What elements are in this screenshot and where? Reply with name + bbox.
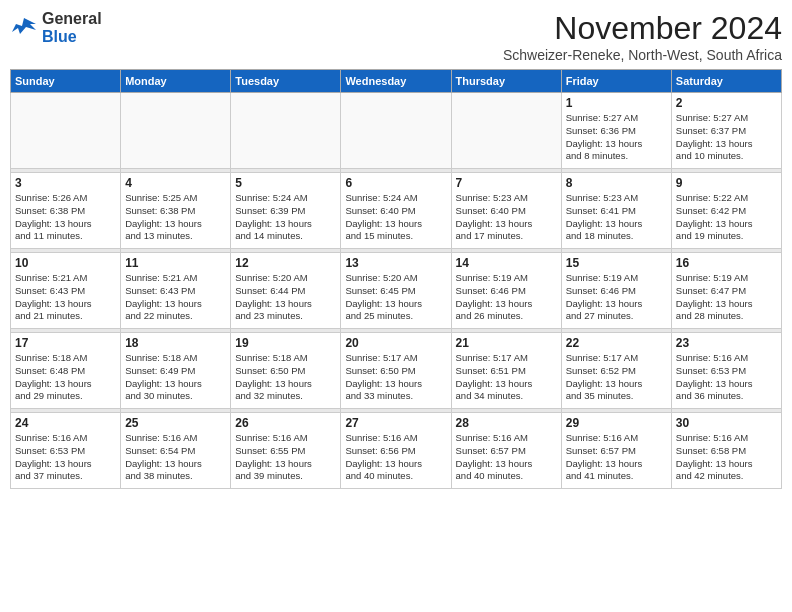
day-number: 6 [345, 176, 446, 190]
title-block: November 2024 Schweizer-Reneke, North-We… [503, 10, 782, 63]
day-info: Sunrise: 5:16 AM Sunset: 6:56 PM Dayligh… [345, 432, 446, 483]
page-header: General Blue November 2024 Schweizer-Ren… [10, 10, 782, 63]
day-info: Sunrise: 5:16 AM Sunset: 6:54 PM Dayligh… [125, 432, 226, 483]
day-info: Sunrise: 5:23 AM Sunset: 6:41 PM Dayligh… [566, 192, 667, 243]
day-info: Sunrise: 5:17 AM Sunset: 6:51 PM Dayligh… [456, 352, 557, 403]
calendar-cell: 22Sunrise: 5:17 AM Sunset: 6:52 PM Dayli… [561, 333, 671, 409]
calendar-cell: 15Sunrise: 5:19 AM Sunset: 6:46 PM Dayli… [561, 253, 671, 329]
day-info: Sunrise: 5:20 AM Sunset: 6:45 PM Dayligh… [345, 272, 446, 323]
calendar-cell: 30Sunrise: 5:16 AM Sunset: 6:58 PM Dayli… [671, 413, 781, 489]
calendar-cell: 4Sunrise: 5:25 AM Sunset: 6:38 PM Daylig… [121, 173, 231, 249]
day-info: Sunrise: 5:16 AM Sunset: 6:53 PM Dayligh… [676, 352, 777, 403]
day-info: Sunrise: 5:24 AM Sunset: 6:39 PM Dayligh… [235, 192, 336, 243]
calendar-cell: 6Sunrise: 5:24 AM Sunset: 6:40 PM Daylig… [341, 173, 451, 249]
calendar-cell: 27Sunrise: 5:16 AM Sunset: 6:56 PM Dayli… [341, 413, 451, 489]
calendar-cell: 26Sunrise: 5:16 AM Sunset: 6:55 PM Dayli… [231, 413, 341, 489]
day-info: Sunrise: 5:24 AM Sunset: 6:40 PM Dayligh… [345, 192, 446, 243]
weekday-header: Saturday [671, 70, 781, 93]
day-number: 18 [125, 336, 226, 350]
calendar-cell: 18Sunrise: 5:18 AM Sunset: 6:49 PM Dayli… [121, 333, 231, 409]
calendar-cell: 14Sunrise: 5:19 AM Sunset: 6:46 PM Dayli… [451, 253, 561, 329]
day-info: Sunrise: 5:21 AM Sunset: 6:43 PM Dayligh… [15, 272, 116, 323]
day-number: 14 [456, 256, 557, 270]
day-number: 5 [235, 176, 336, 190]
calendar-cell: 10Sunrise: 5:21 AM Sunset: 6:43 PM Dayli… [11, 253, 121, 329]
calendar-cell [121, 93, 231, 169]
day-info: Sunrise: 5:21 AM Sunset: 6:43 PM Dayligh… [125, 272, 226, 323]
day-number: 29 [566, 416, 667, 430]
day-number: 8 [566, 176, 667, 190]
calendar-week-row: 10Sunrise: 5:21 AM Sunset: 6:43 PM Dayli… [11, 253, 782, 329]
calendar-cell [451, 93, 561, 169]
calendar-cell: 29Sunrise: 5:16 AM Sunset: 6:57 PM Dayli… [561, 413, 671, 489]
logo-icon [10, 14, 38, 42]
day-number: 7 [456, 176, 557, 190]
day-number: 28 [456, 416, 557, 430]
day-number: 27 [345, 416, 446, 430]
location-subtitle: Schweizer-Reneke, North-West, South Afri… [503, 47, 782, 63]
day-info: Sunrise: 5:16 AM Sunset: 6:55 PM Dayligh… [235, 432, 336, 483]
logo: General Blue [10, 10, 102, 45]
weekday-header: Thursday [451, 70, 561, 93]
day-info: Sunrise: 5:18 AM Sunset: 6:48 PM Dayligh… [15, 352, 116, 403]
day-info: Sunrise: 5:16 AM Sunset: 6:53 PM Dayligh… [15, 432, 116, 483]
day-info: Sunrise: 5:27 AM Sunset: 6:36 PM Dayligh… [566, 112, 667, 163]
weekday-header: Tuesday [231, 70, 341, 93]
day-info: Sunrise: 5:17 AM Sunset: 6:50 PM Dayligh… [345, 352, 446, 403]
calendar-cell: 5Sunrise: 5:24 AM Sunset: 6:39 PM Daylig… [231, 173, 341, 249]
calendar-cell: 28Sunrise: 5:16 AM Sunset: 6:57 PM Dayli… [451, 413, 561, 489]
calendar-cell: 3Sunrise: 5:26 AM Sunset: 6:38 PM Daylig… [11, 173, 121, 249]
day-number: 30 [676, 416, 777, 430]
calendar-cell: 24Sunrise: 5:16 AM Sunset: 6:53 PM Dayli… [11, 413, 121, 489]
weekday-header: Wednesday [341, 70, 451, 93]
day-info: Sunrise: 5:16 AM Sunset: 6:58 PM Dayligh… [676, 432, 777, 483]
day-number: 9 [676, 176, 777, 190]
calendar-week-row: 24Sunrise: 5:16 AM Sunset: 6:53 PM Dayli… [11, 413, 782, 489]
calendar-table: SundayMondayTuesdayWednesdayThursdayFrid… [10, 69, 782, 489]
svg-marker-0 [12, 18, 36, 34]
calendar-cell [231, 93, 341, 169]
day-number: 3 [15, 176, 116, 190]
day-info: Sunrise: 5:19 AM Sunset: 6:46 PM Dayligh… [456, 272, 557, 323]
calendar-cell: 11Sunrise: 5:21 AM Sunset: 6:43 PM Dayli… [121, 253, 231, 329]
calendar-cell: 8Sunrise: 5:23 AM Sunset: 6:41 PM Daylig… [561, 173, 671, 249]
day-number: 22 [566, 336, 667, 350]
day-number: 2 [676, 96, 777, 110]
day-number: 15 [566, 256, 667, 270]
day-info: Sunrise: 5:22 AM Sunset: 6:42 PM Dayligh… [676, 192, 777, 243]
calendar-cell: 12Sunrise: 5:20 AM Sunset: 6:44 PM Dayli… [231, 253, 341, 329]
calendar-cell: 20Sunrise: 5:17 AM Sunset: 6:50 PM Dayli… [341, 333, 451, 409]
day-info: Sunrise: 5:25 AM Sunset: 6:38 PM Dayligh… [125, 192, 226, 243]
calendar-cell: 25Sunrise: 5:16 AM Sunset: 6:54 PM Dayli… [121, 413, 231, 489]
day-number: 25 [125, 416, 226, 430]
day-number: 13 [345, 256, 446, 270]
day-number: 20 [345, 336, 446, 350]
calendar-week-row: 1Sunrise: 5:27 AM Sunset: 6:36 PM Daylig… [11, 93, 782, 169]
weekday-header: Friday [561, 70, 671, 93]
day-number: 1 [566, 96, 667, 110]
calendar-cell: 23Sunrise: 5:16 AM Sunset: 6:53 PM Dayli… [671, 333, 781, 409]
calendar-week-row: 3Sunrise: 5:26 AM Sunset: 6:38 PM Daylig… [11, 173, 782, 249]
day-number: 17 [15, 336, 116, 350]
day-number: 10 [15, 256, 116, 270]
calendar-cell: 16Sunrise: 5:19 AM Sunset: 6:47 PM Dayli… [671, 253, 781, 329]
day-info: Sunrise: 5:19 AM Sunset: 6:46 PM Dayligh… [566, 272, 667, 323]
calendar-cell [11, 93, 121, 169]
calendar-cell: 7Sunrise: 5:23 AM Sunset: 6:40 PM Daylig… [451, 173, 561, 249]
weekday-header-row: SundayMondayTuesdayWednesdayThursdayFrid… [11, 70, 782, 93]
calendar-cell: 9Sunrise: 5:22 AM Sunset: 6:42 PM Daylig… [671, 173, 781, 249]
day-number: 21 [456, 336, 557, 350]
day-number: 23 [676, 336, 777, 350]
logo-text: General Blue [42, 10, 102, 45]
day-info: Sunrise: 5:18 AM Sunset: 6:50 PM Dayligh… [235, 352, 336, 403]
day-info: Sunrise: 5:16 AM Sunset: 6:57 PM Dayligh… [456, 432, 557, 483]
day-info: Sunrise: 5:23 AM Sunset: 6:40 PM Dayligh… [456, 192, 557, 243]
calendar-cell: 2Sunrise: 5:27 AM Sunset: 6:37 PM Daylig… [671, 93, 781, 169]
day-info: Sunrise: 5:26 AM Sunset: 6:38 PM Dayligh… [15, 192, 116, 243]
calendar-cell: 21Sunrise: 5:17 AM Sunset: 6:51 PM Dayli… [451, 333, 561, 409]
calendar-week-row: 17Sunrise: 5:18 AM Sunset: 6:48 PM Dayli… [11, 333, 782, 409]
day-info: Sunrise: 5:27 AM Sunset: 6:37 PM Dayligh… [676, 112, 777, 163]
weekday-header: Sunday [11, 70, 121, 93]
day-number: 11 [125, 256, 226, 270]
day-number: 12 [235, 256, 336, 270]
